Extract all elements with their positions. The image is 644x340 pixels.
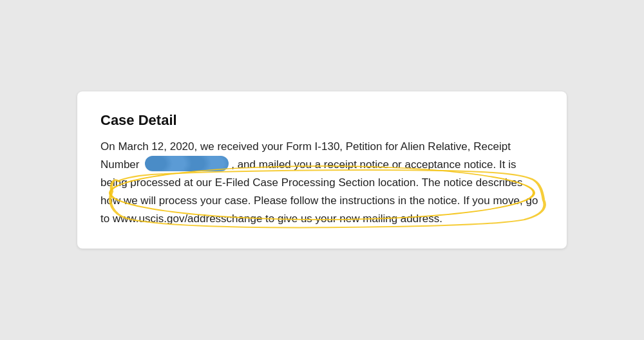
case-detail-card: Case Detail On March 12, 2020, we receiv… <box>77 91 567 249</box>
card-title: Case Detail <box>100 112 544 129</box>
card-body-wrapper: On March 12, 2020, we received your Form… <box>100 138 544 228</box>
card-body-text: On March 12, 2020, we received your Form… <box>100 138 544 228</box>
redacted-receipt-number <box>145 156 229 171</box>
